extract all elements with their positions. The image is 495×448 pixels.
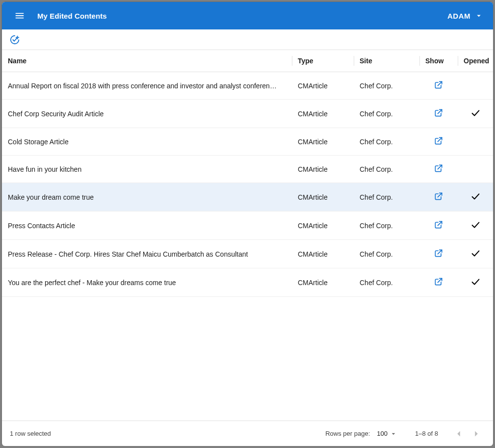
cell-type: CMArticle [292, 72, 354, 100]
table-footer: 1 row selected Rows per page: 100 1–8 of… [2, 421, 493, 446]
selection-status: 1 row selected [10, 430, 51, 437]
cell-name: Chef Corp Security Audit Article [2, 100, 292, 128]
open-in-new-icon[interactable] [434, 248, 443, 258]
create-task-button[interactable] [7, 32, 23, 48]
table-row[interactable]: Press Release - Chef Corp. Hires Star Ch… [2, 240, 493, 268]
column-header-show[interactable]: Show [419, 50, 458, 72]
table-row[interactable]: Annual Report on fiscal 2018 with press … [2, 72, 493, 100]
open-in-new-icon[interactable] [434, 108, 443, 118]
cell-show [419, 183, 458, 211]
open-in-new-icon[interactable] [434, 80, 443, 90]
cell-opened [458, 100, 493, 128]
open-in-new-icon[interactable] [434, 220, 443, 230]
next-page-button[interactable] [468, 425, 485, 443]
caret-down-icon [390, 430, 397, 438]
cell-opened [458, 72, 493, 100]
cell-name: Press Release - Chef Corp. Hires Star Ch… [2, 240, 292, 268]
create-task-icon [9, 34, 20, 45]
chevron-left-icon [453, 428, 464, 439]
cell-show [419, 268, 458, 297]
chevron-right-icon [471, 428, 482, 439]
open-in-new-icon[interactable] [434, 136, 443, 146]
cell-opened [458, 268, 493, 297]
toolbar [2, 29, 493, 50]
prev-page-button[interactable] [450, 425, 468, 443]
cell-opened [458, 128, 493, 156]
cell-name: You are the perfect chef - Make your dre… [2, 268, 292, 297]
cell-site: Chef Corp. [354, 156, 419, 183]
cell-site: Chef Corp. [354, 128, 419, 156]
content-table: Name Type Site Show Opened Annual Report… [2, 50, 493, 421]
cell-show [419, 72, 458, 100]
cell-site: Chef Corp. [354, 72, 419, 100]
rows-per-page-select[interactable]: 100 [377, 430, 397, 438]
cell-type: CMArticle [292, 240, 354, 268]
open-in-new-icon[interactable] [434, 163, 443, 173]
cell-show [419, 240, 458, 268]
cell-opened [458, 183, 493, 211]
check-icon [470, 276, 481, 287]
table-row[interactable]: Cold Storage ArticleCMArticleChef Corp. [2, 128, 493, 156]
cell-type: CMArticle [292, 100, 354, 128]
cell-type: CMArticle [292, 128, 354, 156]
cell-name: Press Contacts Article [2, 211, 292, 240]
cell-type: CMArticle [292, 211, 354, 240]
cell-name: Make your dream come true [2, 183, 292, 211]
check-icon [470, 191, 481, 202]
table-row[interactable]: You are the perfect chef - Make your dre… [2, 268, 493, 297]
rows-per-page-label: Rows per page: [325, 430, 370, 437]
table-row[interactable]: Have fun in your kitchenCMArticleChef Co… [2, 156, 493, 183]
column-header-site[interactable]: Site [354, 50, 419, 72]
table-row[interactable]: Press Contacts ArticleCMArticleChef Corp… [2, 211, 493, 240]
cell-site: Chef Corp. [354, 211, 419, 240]
cell-type: CMArticle [292, 156, 354, 183]
column-header-type[interactable]: Type [292, 50, 354, 72]
check-icon [470, 219, 481, 230]
table-row[interactable]: Chef Corp Security Audit ArticleCMArticl… [2, 100, 493, 128]
column-header-name[interactable]: Name [2, 50, 292, 72]
rows-per-page-value: 100 [377, 430, 388, 437]
user-menu[interactable]: ADAM [445, 8, 485, 23]
cell-opened [458, 156, 493, 183]
open-in-new-icon[interactable] [434, 277, 443, 287]
cell-show [419, 156, 458, 183]
cell-opened [458, 240, 493, 268]
column-header-opened[interactable]: Opened [458, 50, 493, 72]
menu-button[interactable] [10, 6, 29, 26]
user-name: ADAM [447, 12, 470, 20]
cell-name: Cold Storage Article [2, 128, 292, 156]
cell-show [419, 100, 458, 128]
cell-type: CMArticle [292, 183, 354, 211]
check-icon [470, 248, 481, 259]
app-bar: My Edited Contents ADAM [2, 2, 493, 29]
table-row[interactable]: Make your dream come trueCMArticleChef C… [2, 183, 493, 211]
cell-opened [458, 211, 493, 240]
cell-site: Chef Corp. [354, 240, 419, 268]
pagination-range: 1–8 of 8 [415, 430, 438, 437]
cell-site: Chef Corp. [354, 268, 419, 297]
cell-show [419, 128, 458, 156]
page-title: My Edited Contents [37, 12, 107, 20]
cell-site: Chef Corp. [354, 100, 419, 128]
cell-name: Annual Report on fiscal 2018 with press … [2, 72, 292, 100]
chevron-down-icon [474, 11, 483, 20]
check-icon [470, 107, 481, 118]
cell-name: Have fun in your kitchen [2, 156, 292, 183]
cell-show [419, 211, 458, 240]
cell-site: Chef Corp. [354, 183, 419, 211]
open-in-new-icon[interactable] [434, 191, 443, 201]
hamburger-icon [14, 10, 25, 21]
cell-type: CMArticle [292, 268, 354, 297]
